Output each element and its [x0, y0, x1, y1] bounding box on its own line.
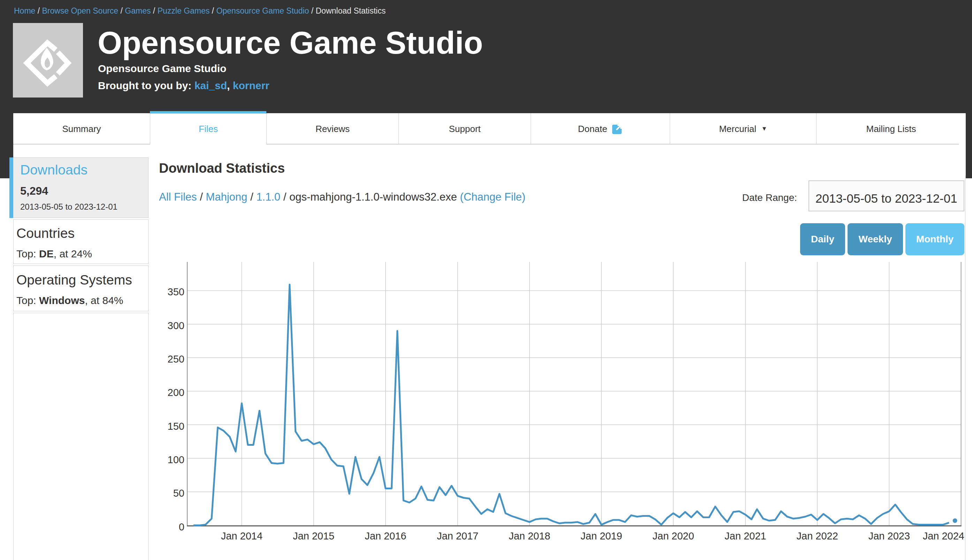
svg-text:350: 350 [168, 286, 184, 297]
svg-text:0: 0 [179, 521, 184, 532]
svg-text:Jan 2014: Jan 2014 [221, 530, 263, 542]
svg-text:100: 100 [168, 454, 184, 465]
svg-text:Jan 2015: Jan 2015 [293, 530, 335, 542]
svg-text:150: 150 [168, 421, 184, 432]
svg-text:Jan 2017: Jan 2017 [437, 530, 478, 542]
svg-text:50: 50 [173, 488, 184, 499]
svg-text:300: 300 [168, 320, 184, 331]
svg-text:250: 250 [168, 353, 184, 365]
svg-text:Jan 2023: Jan 2023 [868, 530, 910, 542]
svg-text:Jan 2024: Jan 2024 [923, 530, 964, 542]
svg-text:200: 200 [168, 387, 184, 398]
svg-text:Jan 2022: Jan 2022 [796, 530, 838, 542]
svg-text:Jan 2019: Jan 2019 [581, 530, 622, 542]
svg-text:Jan 2016: Jan 2016 [365, 530, 406, 542]
svg-text:Jan 2020: Jan 2020 [652, 530, 694, 542]
svg-text:Jan 2018: Jan 2018 [509, 530, 550, 542]
svg-text:Jan 2021: Jan 2021 [724, 530, 766, 542]
